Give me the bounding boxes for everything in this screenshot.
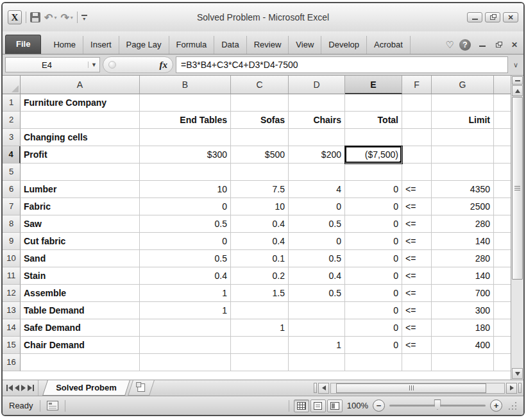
macro-record-icon[interactable] xyxy=(47,401,58,410)
vertical-split-handle[interactable] xyxy=(512,76,523,85)
ribbon-tab-review[interactable]: Review xyxy=(247,36,289,54)
cell-A9[interactable]: Cut fabric xyxy=(21,233,140,250)
cell-C7[interactable]: 10 xyxy=(231,198,289,215)
row-header-3[interactable]: 3 xyxy=(3,129,21,146)
ribbon-tab-formula[interactable]: Formula xyxy=(169,36,215,54)
scroll-left-button[interactable] xyxy=(318,383,329,394)
next-sheet-button[interactable] xyxy=(21,385,26,391)
cell-C8[interactable]: 0.4 xyxy=(231,215,289,233)
zoom-slider-thumb[interactable] xyxy=(434,399,441,410)
ribbon-tab-page-lay[interactable]: Page Lay xyxy=(119,36,169,54)
cell-D4[interactable]: $200 xyxy=(289,146,345,164)
close-button[interactable]: ✕ xyxy=(503,12,518,22)
normal-view-button[interactable] xyxy=(294,399,309,412)
cell-E11[interactable]: 0 xyxy=(345,267,402,285)
cell-E8[interactable]: 0 xyxy=(345,215,402,233)
cell-D12[interactable]: 0.5 xyxy=(289,285,345,302)
column-header-E[interactable]: E xyxy=(345,76,402,94)
column-header-C[interactable]: C xyxy=(231,76,289,94)
cell-G13[interactable]: 300 xyxy=(432,302,494,319)
cell-F13[interactable]: <= xyxy=(402,302,432,319)
ribbon-tab-data[interactable]: Data xyxy=(214,36,246,54)
column-header-B[interactable]: B xyxy=(140,76,231,94)
cell-E15[interactable]: 0 xyxy=(345,337,402,354)
cell-E16[interactable] xyxy=(345,354,402,371)
cell-A16[interactable] xyxy=(21,354,140,371)
page-break-view-button[interactable] xyxy=(327,399,343,412)
cell-F11[interactable]: <= xyxy=(402,267,432,285)
workbook-close-button[interactable]: ✕ xyxy=(508,40,521,49)
insert-function-area[interactable]: fx xyxy=(103,56,173,73)
cell-filler[interactable] xyxy=(494,233,511,250)
insert-worksheet-button[interactable] xyxy=(128,380,155,396)
last-sheet-button[interactable] xyxy=(28,385,34,391)
cell-filler[interactable] xyxy=(494,285,511,302)
row-header-7[interactable]: 7 xyxy=(3,198,21,215)
fx-icon[interactable]: fx xyxy=(160,60,168,71)
cell-G3[interactable] xyxy=(432,129,494,146)
cell-filler[interactable] xyxy=(494,198,511,215)
cell-B1[interactable] xyxy=(140,94,231,112)
cell-D5[interactable] xyxy=(289,164,345,181)
cell-G8[interactable]: 280 xyxy=(432,215,494,233)
cell-E1[interactable] xyxy=(345,94,402,112)
cell-filler[interactable] xyxy=(494,354,511,371)
cell-G15[interactable]: 400 xyxy=(432,337,494,354)
cell-A6[interactable]: Lumber xyxy=(21,181,140,198)
cell-B16[interactable] xyxy=(140,354,231,371)
cell-D11[interactable]: 0.4 xyxy=(289,267,345,285)
ribbon-tab-insert[interactable]: Insert xyxy=(83,36,119,54)
row-header-6[interactable]: 6 xyxy=(3,181,21,198)
cell-F1[interactable] xyxy=(402,94,432,112)
cell-G11[interactable]: 140 xyxy=(432,267,494,285)
zoom-in-button[interactable]: + xyxy=(490,399,502,412)
cell-D10[interactable]: 0.5 xyxy=(289,250,345,267)
horizontal-split-handle[interactable] xyxy=(518,383,522,393)
cell-B10[interactable]: 0.5 xyxy=(140,250,231,267)
ribbon-tab-acrobat[interactable]: Acrobat xyxy=(367,36,411,54)
cell-D3[interactable] xyxy=(289,129,345,146)
cell-D2[interactable]: Chairs xyxy=(289,112,345,129)
undo-button[interactable]: ↶▾ xyxy=(44,12,56,24)
name-box[interactable]: E4 ▼ xyxy=(5,57,100,72)
cell-C1[interactable] xyxy=(231,94,289,112)
cell-B6[interactable]: 10 xyxy=(140,181,231,198)
cell-filler[interactable] xyxy=(494,94,511,112)
cell-G4[interactable] xyxy=(432,146,494,164)
row-header-15[interactable]: 15 xyxy=(3,337,21,354)
scroll-down-button[interactable] xyxy=(512,368,523,379)
cell-A12[interactable]: Assemble xyxy=(21,285,140,302)
ribbon-tab-view[interactable]: View xyxy=(289,36,321,54)
cell-F6[interactable]: <= xyxy=(402,181,432,198)
scroll-up-button[interactable] xyxy=(512,85,523,96)
zoom-out-button[interactable]: − xyxy=(373,399,385,412)
cell-E3[interactable] xyxy=(345,129,402,146)
cell-F7[interactable]: <= xyxy=(402,198,432,215)
cell-F9[interactable]: <= xyxy=(402,233,432,250)
horizontal-scroll-thumb[interactable] xyxy=(336,383,486,393)
chevron-down-icon[interactable]: ▼ xyxy=(88,62,99,68)
cell-D8[interactable]: 0.5 xyxy=(289,215,345,233)
cell-F4[interactable] xyxy=(402,146,432,164)
tab-split-handle[interactable] xyxy=(314,383,317,393)
cell-filler[interactable] xyxy=(494,302,511,319)
restore-button[interactable] xyxy=(485,12,500,22)
cell-A4[interactable]: Profit xyxy=(21,146,140,164)
vertical-scrollbar[interactable] xyxy=(511,76,523,380)
expand-formula-bar-icon[interactable]: ∨ xyxy=(511,61,521,69)
column-header-partial[interactable] xyxy=(494,76,511,94)
cell-C10[interactable]: 0.1 xyxy=(231,250,289,267)
excel-app-icon[interactable]: X xyxy=(8,10,22,24)
workbook-minimize-button[interactable] xyxy=(476,40,489,49)
horizontal-scrollbar[interactable] xyxy=(312,380,523,396)
row-header-9[interactable]: 9 xyxy=(3,233,21,250)
cell-E2[interactable]: Total xyxy=(345,112,402,129)
cell-B4[interactable]: $300 xyxy=(140,146,231,164)
row-header-16[interactable]: 16 xyxy=(3,354,21,371)
ribbon-tab-home[interactable]: Home xyxy=(46,36,83,54)
cell-B12[interactable]: 1 xyxy=(140,285,231,302)
cell-E10[interactable]: 0 xyxy=(345,250,402,267)
cell-A2[interactable] xyxy=(21,112,140,129)
chevron-down-icon[interactable]: ▾ xyxy=(71,15,73,21)
row-header-13[interactable]: 13 xyxy=(3,302,21,319)
